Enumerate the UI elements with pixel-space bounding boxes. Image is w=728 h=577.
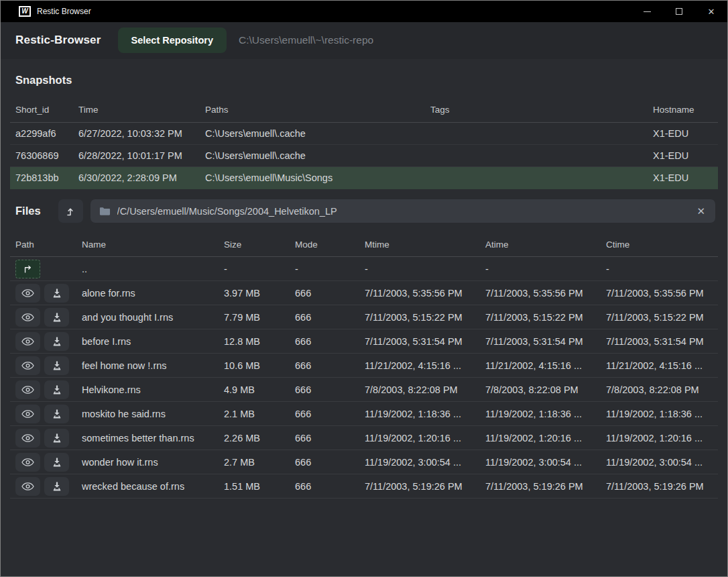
file-ctime: 11/21/2002, 4:15:16 ... xyxy=(601,360,718,371)
download-file-button[interactable] xyxy=(44,453,69,472)
snapshot-paths: C:\Users\emuell\Music\Songs xyxy=(200,172,425,183)
file-atime: - xyxy=(480,264,601,274)
app-title: Restic-Browser xyxy=(15,34,101,47)
file-mtime: - xyxy=(359,264,480,274)
file-atime: 11/19/2002, 1:20:16 ... xyxy=(480,433,601,443)
download-file-button[interactable] xyxy=(44,284,69,303)
minimize-button[interactable] xyxy=(631,1,663,22)
download-file-button[interactable] xyxy=(44,477,69,496)
download-icon xyxy=(52,409,62,419)
snapshot-paths: C:\Users\emuell\.cache xyxy=(200,128,425,139)
eye-icon xyxy=(21,482,34,491)
snapshot-row-selected[interactable]: 72b813bb 6/30/2022, 2:28:09 PM C:\Users\… xyxy=(10,167,718,189)
file-atime: 7/11/2003, 5:19:26 PM xyxy=(480,481,601,492)
col-mode: Mode xyxy=(290,240,359,250)
file-atime: 7/11/2003, 5:31:54 PM xyxy=(480,336,601,347)
download-icon xyxy=(52,457,62,468)
preview-file-button[interactable] xyxy=(15,284,40,303)
file-ctime: 7/11/2003, 5:35:56 PM xyxy=(601,288,718,299)
file-row[interactable]: and you thought I.rns7.79 MB6667/11/2003… xyxy=(10,305,718,329)
file-ctime: 7/8/2003, 8:22:08 PM xyxy=(601,384,718,395)
file-row[interactable]: wrecked because of.rns1.51 MB6667/11/200… xyxy=(10,474,718,499)
snapshots-table: Short_id Time Paths Tags Hostname a2299a… xyxy=(10,97,718,189)
snapshot-time: 6/30/2022, 2:28:09 PM xyxy=(73,172,200,183)
eye-icon xyxy=(21,288,34,298)
col-mtime: Mtime xyxy=(359,240,480,250)
maximize-button[interactable] xyxy=(663,1,695,22)
file-name: before I.rns xyxy=(76,336,219,347)
download-icon xyxy=(52,433,62,443)
file-atime: 7/11/2003, 5:15:22 PM xyxy=(480,312,601,323)
file-mtime: 11/19/2002, 3:00:54 ... xyxy=(359,457,480,468)
window-title: Restic Browser xyxy=(37,7,91,16)
file-row[interactable]: before I.rns12.8 MB6667/11/2003, 5:31:54… xyxy=(10,329,718,354)
preview-file-button[interactable] xyxy=(15,477,40,496)
eye-icon xyxy=(21,337,34,346)
minimize-icon xyxy=(644,11,651,12)
breadcrumb-path: /C/Users/emuell/Music/Songs/2004_Helveti… xyxy=(117,206,337,217)
snapshot-time: 6/28/2022, 10:01:17 PM xyxy=(73,150,200,161)
up-right-arrow-icon xyxy=(23,264,34,274)
download-file-button[interactable] xyxy=(44,356,69,375)
files-breadcrumb[interactable]: /C/Users/emuell/Music/Songs/2004_Helveti… xyxy=(90,199,715,223)
col-time: Time xyxy=(73,105,200,115)
file-name: Helvikone.rns xyxy=(76,384,219,395)
file-name: sometimes better than.rns xyxy=(76,433,219,443)
col-size: Size xyxy=(219,240,290,250)
file-size: 12.8 MB xyxy=(219,336,290,347)
file-atime: 7/11/2003, 5:35:56 PM xyxy=(480,288,601,299)
snapshot-short-id: 76306869 xyxy=(10,150,73,161)
go-up-directory-button[interactable] xyxy=(15,260,40,278)
file-row[interactable]: sometimes better than.rns2.26 MB66611/19… xyxy=(10,426,718,450)
files-table: Path Name Size Mode Mtime Atime Ctime ..… xyxy=(10,232,718,499)
snapshots-table-header: Short_id Time Paths Tags Hostname xyxy=(10,97,718,123)
snapshot-hostname: X1-EDU xyxy=(648,172,718,183)
file-mode: 666 xyxy=(290,481,359,492)
clear-path-button[interactable]: ✕ xyxy=(695,206,707,216)
parent-dir-row[interactable]: .. - - - - - xyxy=(10,257,718,281)
file-atime: 7/8/2003, 8:22:08 PM xyxy=(480,384,601,395)
download-file-button[interactable] xyxy=(44,380,69,399)
preview-file-button[interactable] xyxy=(15,453,40,472)
file-name: wonder how it.rns xyxy=(76,457,219,468)
snapshot-short-id: a2299af6 xyxy=(10,128,73,139)
download-icon xyxy=(52,336,62,347)
preview-file-button[interactable] xyxy=(15,356,40,375)
preview-file-button[interactable] xyxy=(15,332,40,351)
col-hostname: Hostname xyxy=(648,105,718,115)
download-file-button[interactable] xyxy=(44,308,69,327)
file-row[interactable]: moskito he said.rns2.1 MB66611/19/2002, … xyxy=(10,402,718,426)
preview-file-button[interactable] xyxy=(15,308,40,327)
preview-file-button[interactable] xyxy=(15,429,40,448)
file-size: 2.1 MB xyxy=(219,409,290,419)
snapshot-row[interactable]: 76306869 6/28/2022, 10:01:17 PM C:\Users… xyxy=(10,145,718,167)
snapshot-hostname: X1-EDU xyxy=(648,150,718,161)
col-atime: Atime xyxy=(480,240,601,250)
files-bar: Files /C/Users/emuell/Music/Songs/2004_H… xyxy=(15,199,715,223)
close-button[interactable]: ✕ xyxy=(695,1,727,22)
folder-icon xyxy=(99,207,111,216)
preview-file-button[interactable] xyxy=(15,405,40,423)
file-row[interactable]: feel home now !.rns10.6 MB66611/21/2002,… xyxy=(10,354,718,378)
eye-icon xyxy=(21,409,34,419)
file-ctime: 7/11/2003, 5:15:22 PM xyxy=(601,312,718,323)
eye-icon xyxy=(21,385,34,395)
download-icon xyxy=(52,360,62,371)
window-controls: ✕ xyxy=(631,1,727,22)
file-mtime: 7/8/2003, 8:22:08 PM xyxy=(359,384,480,395)
download-file-button[interactable] xyxy=(44,332,69,351)
maximize-icon xyxy=(676,8,682,15)
file-row[interactable]: wonder how it.rns2.7 MB66611/19/2002, 3:… xyxy=(10,450,718,474)
select-repository-button[interactable]: Select Repository xyxy=(118,28,227,53)
download-file-button[interactable] xyxy=(44,405,69,423)
file-mode: 666 xyxy=(290,457,359,468)
snapshot-paths: C:\Users\emuell\.cache xyxy=(200,150,425,161)
dump-snapshot-button[interactable] xyxy=(58,199,83,223)
file-atime: 11/21/2002, 4:15:16 ... xyxy=(480,360,601,371)
file-row[interactable]: alone for.rns3.97 MB6667/11/2003, 5:35:5… xyxy=(10,281,718,305)
preview-file-button[interactable] xyxy=(15,380,40,399)
file-row[interactable]: Helvikone.rns4.9 MB6667/8/2003, 8:22:08 … xyxy=(10,378,718,402)
snapshot-row[interactable]: a2299af6 6/27/2022, 10:03:32 PM C:\Users… xyxy=(10,123,718,145)
col-path: Path xyxy=(10,240,76,250)
download-file-button[interactable] xyxy=(44,429,69,448)
